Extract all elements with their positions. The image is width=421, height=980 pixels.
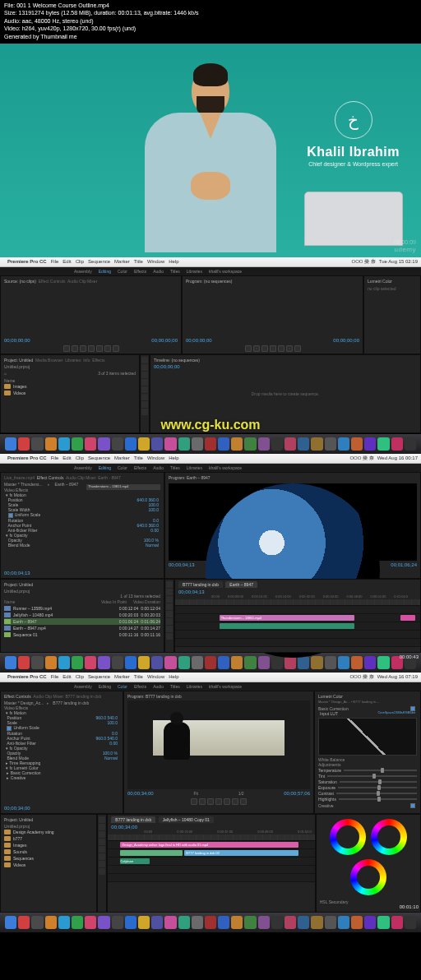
dock-app-icon[interactable] [72, 656, 83, 669]
dock-app-icon[interactable] [31, 656, 43, 669]
dock-app-icon[interactable] [244, 437, 256, 451]
workspace-tabs-3[interactable]: AssemblyEditingColorEffectsAudioTitlesLi… [0, 682, 421, 691]
effect-controls-panel[interactable]: Live_freeze.mp4 Effect Controls Audio Cl… [0, 472, 164, 579]
dock-app-icon[interactable] [231, 437, 243, 451]
dock-app-icon[interactable] [5, 437, 16, 451]
color-wheel-midtones[interactable] [371, 819, 407, 855]
dock-app-icon[interactable] [218, 656, 229, 669]
program-transport[interactable] [183, 345, 363, 352]
dock-app-icon[interactable] [205, 437, 216, 451]
dock-app-icon[interactable] [244, 656, 256, 669]
lumetri-panel-3[interactable]: Lumetri Color Master * Design_Ac... • B7… [314, 691, 421, 814]
lumetri-panel-1[interactable]: Lumetri Color no clip selected [363, 275, 421, 354]
dock-app-icon[interactable] [377, 656, 389, 669]
dock-app-icon[interactable] [298, 437, 309, 451]
dock-app-icon[interactable] [85, 656, 96, 669]
project-panel-2[interactable]: Project: Untitled Untitled.prproj 1 of 1… [0, 579, 164, 653]
clip-row-selected[interactable]: Earth – 89470:01:06:240:01:06:24 [4, 618, 160, 625]
dock-app-icon[interactable] [18, 656, 30, 669]
dock-app-icon[interactable] [391, 437, 403, 451]
project-panel-3[interactable]: Project: Untitled Untitled.prproj Design… [0, 814, 97, 913]
dock-app-icon[interactable] [231, 916, 243, 929]
dock-app-icon[interactable] [218, 437, 229, 451]
dock-app-icon[interactable] [178, 656, 190, 669]
tab-editing[interactable]: Editing [99, 269, 111, 274]
color-wheel-shadows[interactable] [330, 819, 366, 855]
dock-app-icon[interactable] [138, 656, 150, 669]
lumetri-wheels-panel[interactable]: HSL Secondary 00:01:10 [316, 814, 421, 913]
dock-app-icon[interactable] [72, 437, 83, 451]
dock-app-icon[interactable] [192, 437, 203, 451]
dock-app-icon[interactable] [85, 437, 96, 451]
dock-app-icon[interactable] [258, 656, 270, 669]
tool-palette[interactable] [97, 814, 107, 913]
dock-app-icon[interactable] [5, 916, 16, 929]
workspace-tabs-2[interactable]: AssemblyEditingColorEffectsAudioTitlesLi… [0, 464, 421, 472]
dock-app-icon[interactable] [364, 656, 376, 669]
program-panel-2[interactable]: Program: Earth – 8947 00;00;04;13 Fit 1/… [164, 472, 421, 579]
tab-khalil[interactable]: khalil's workspace [209, 269, 242, 274]
lumetri-slider[interactable]: Contrast [318, 791, 417, 796]
dock-app-icon[interactable] [45, 656, 57, 669]
clip-row[interactable]: Earth – 8947.mp40:00:14:270:00:14:27 [4, 625, 160, 631]
dock-app-icon[interactable] [351, 916, 363, 929]
dock-app-icon[interactable] [271, 916, 283, 929]
menu-window[interactable]: Window [147, 259, 164, 265]
lumetri-slider[interactable]: Temperature [318, 768, 417, 773]
menu-marker[interactable]: Marker [114, 259, 130, 265]
dock-app-icon[interactable] [5, 656, 16, 669]
checkbox-icon[interactable] [410, 803, 415, 808]
lumetri-slider[interactable]: Exposure [318, 785, 417, 790]
dock-app-icon[interactable] [351, 437, 363, 451]
dock-app-icon[interactable] [112, 916, 123, 929]
tab-titles[interactable]: Titles [170, 269, 180, 274]
dock-app-icon[interactable] [364, 437, 376, 451]
mac-dock-1[interactable] [0, 434, 421, 454]
dock-app-icon[interactable] [192, 916, 203, 929]
dock-app-icon[interactable] [285, 656, 296, 669]
dock-app-icon[interactable] [231, 656, 243, 669]
dock-app-icon[interactable] [325, 656, 336, 669]
dock-app-icon[interactable] [98, 656, 109, 669]
menu-edit[interactable]: Edit [62, 259, 71, 265]
dock-app-icon[interactable] [405, 437, 416, 451]
dock-app-icon[interactable] [45, 916, 57, 929]
clip-row[interactable]: Sequence 010:00:11:160:00:11:16 [4, 631, 160, 638]
dock-app-icon[interactable] [164, 437, 176, 451]
timeline-panel-2[interactable]: B777 landing in dxb Earth – 8947 00;00;0… [174, 579, 421, 653]
dock-app-icon[interactable] [311, 437, 322, 451]
dock-app-icon[interactable] [351, 656, 363, 669]
dock-app-icon[interactable] [138, 916, 150, 929]
dock-app-icon[interactable] [405, 916, 416, 929]
dock-app-icon[interactable] [338, 916, 349, 929]
dock-app-icon[interactable] [285, 916, 296, 929]
mac-dock-3[interactable] [0, 913, 421, 932]
dock-app-icon[interactable] [58, 437, 70, 451]
menu-help[interactable]: Help [169, 259, 178, 265]
dock-app-icon[interactable] [58, 656, 70, 669]
dock-app-icon[interactable] [364, 916, 376, 929]
program-transport-3[interactable] [127, 798, 310, 805]
tab-libraries[interactable]: Libraries [187, 269, 202, 274]
timeline-audio-clip[interactable] [220, 623, 354, 629]
dock-app-icon[interactable] [298, 916, 309, 929]
dock-app-icon[interactable] [151, 656, 163, 669]
dock-app-icon[interactable] [72, 916, 83, 929]
clip-row[interactable]: Runner – 13589.mp40:00:12:040:00:12:04 [4, 605, 160, 612]
tab-audio[interactable]: Audio [153, 269, 164, 274]
lumetri-slider[interactable]: Tint [318, 774, 417, 779]
dock-app-icon[interactable] [58, 916, 70, 929]
dock-app-icon[interactable] [85, 916, 96, 929]
dock-app-icon[interactable] [377, 437, 389, 451]
dock-app-icon[interactable] [311, 656, 322, 669]
clip-row[interactable]: Jellyfish – 10480.mp40:00:20:030:00:20:0… [4, 612, 160, 618]
workspace-tabs-1[interactable]: Assembly Editing Color Effects Audio Tit… [0, 267, 421, 275]
dock-app-icon[interactable] [125, 916, 136, 929]
dock-app-icon[interactable] [285, 437, 296, 451]
color-wheel-highlights[interactable] [350, 859, 386, 895]
dock-app-icon[interactable] [377, 916, 389, 929]
dock-app-icon[interactable] [325, 437, 336, 451]
bin-videos[interactable]: Videos [4, 390, 136, 396]
bin-images[interactable]: Images [4, 383, 136, 390]
source-transport[interactable] [1, 345, 181, 352]
